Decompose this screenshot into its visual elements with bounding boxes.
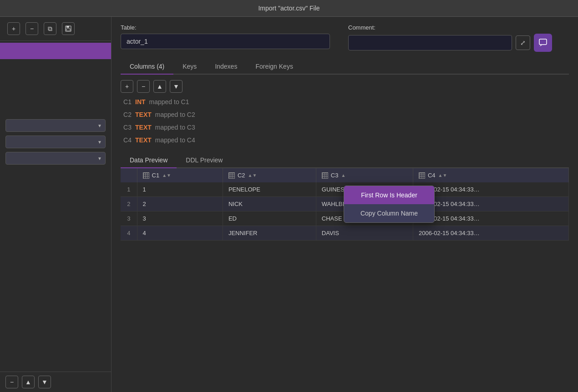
sidebar-copy-button[interactable]: ⧉ (44, 22, 56, 35)
sidebar-bottom-down[interactable]: ▼ (38, 376, 51, 388)
c4-sort-arrow: ▲▼ (438, 173, 447, 178)
comment-label: Comment: (348, 24, 552, 31)
col-add-button[interactable]: + (121, 80, 133, 93)
tab-data-preview[interactable]: Data Preview (121, 153, 177, 168)
svg-rect-1 (66, 26, 69, 28)
context-menu-first-row-header[interactable]: First Row Is Header (344, 186, 434, 204)
comment-input[interactable] (348, 35, 512, 50)
table-header-row: C1 ▲▼ C2 ▲▼ (121, 168, 569, 182)
top-form: Table: Comment: ⤢ (121, 24, 569, 52)
sidebar-toolbar: + − ⧉ (0, 17, 111, 41)
comment-expand-button[interactable]: ⤢ (516, 35, 530, 50)
context-menu-copy-column-name[interactable]: Copy Column Name (344, 204, 434, 222)
tab-keys[interactable]: Keys (173, 59, 206, 75)
svg-rect-3 (539, 39, 547, 45)
column-row-c1: C1 INT mapped to C1 (121, 98, 569, 106)
sidebar-dropdowns (0, 116, 111, 168)
svg-rect-2 (66, 29, 70, 31)
preview-tabs: Data Preview DDL Preview (121, 153, 569, 168)
table-form-group: Table: (121, 24, 330, 49)
column-row-c3: C3 TEXT mapped to C3 (121, 124, 569, 131)
sidebar-dropdown-1[interactable] (5, 119, 106, 132)
sidebar-bottom-up[interactable]: ▲ (22, 376, 35, 388)
c2-grid-icon (228, 172, 235, 179)
c1-grid-icon (143, 172, 149, 179)
th-c1[interactable]: C1 ▲▼ (137, 168, 223, 182)
sidebar-dropdown-3[interactable] (5, 152, 106, 165)
sidebar: + − ⧉ (0, 17, 112, 392)
col-up-button[interactable]: ▲ (153, 80, 166, 93)
data-table-wrap: C1 ▲▼ C2 ▲▼ (121, 168, 569, 385)
main-content: Table: Comment: ⤢ (112, 17, 578, 392)
tab-columns[interactable]: Columns (4) (121, 59, 173, 75)
sidebar-dropdown-2[interactable] (5, 136, 106, 148)
c2-sort-arrow: ▲▼ (248, 173, 257, 178)
th-c4[interactable]: C4 ▲▼ (413, 168, 568, 182)
column-row-c2: C2 TEXT mapped to C2 (121, 111, 569, 118)
c3-sort-up-arrow: ▲ (341, 173, 345, 178)
column-tabs: Columns (4) Keys Indexes Foreign Keys (121, 59, 569, 75)
column-list: C1 INT mapped to C1 C2 TEXT mapped to C2… (121, 98, 569, 144)
table-row: 4 4 JENNIFER DAVIS 2006-02-15 04:34:33… (121, 226, 569, 241)
th-c2[interactable]: C2 ▲▼ (223, 168, 316, 182)
sidebar-remove-button[interactable]: − (25, 22, 38, 35)
column-row-c4: C4 TEXT mapped to C4 (121, 136, 569, 144)
sidebar-active-item[interactable] (0, 43, 111, 59)
c3-grid-icon (322, 172, 328, 179)
table-label: Table: (121, 24, 330, 31)
title-bar: Import "actor.csv" File (0, 0, 578, 17)
context-menu: First Row Is Header Copy Column Name (344, 186, 435, 223)
tab-foreign-keys[interactable]: Foreign Keys (246, 59, 302, 75)
column-toolbar: + − ▲ ▼ (121, 80, 569, 93)
comment-form-group: Comment: ⤢ (348, 24, 552, 52)
col-remove-button[interactable]: − (137, 80, 150, 93)
title-text: Import "actor.csv" File (258, 5, 319, 12)
sidebar-bottom-minus[interactable]: − (5, 376, 18, 388)
comment-icon-button[interactable] (534, 34, 552, 52)
tab-ddl-preview[interactable]: DDL Preview (177, 153, 232, 168)
comment-input-wrap: ⤢ (348, 34, 552, 52)
th-row-num (121, 168, 137, 182)
col-down-button[interactable]: ▼ (170, 80, 183, 93)
sidebar-add-button[interactable]: + (7, 22, 20, 35)
tab-indexes[interactable]: Indexes (206, 59, 246, 75)
c1-sort-arrow: ▲▼ (162, 173, 171, 178)
c4-grid-icon (419, 172, 425, 179)
table-input[interactable] (121, 34, 330, 49)
sidebar-save-button[interactable] (62, 22, 75, 35)
th-c3[interactable]: C3 ▲ (316, 168, 413, 182)
sidebar-bottom-toolbar: − ▲ ▼ (0, 372, 111, 392)
